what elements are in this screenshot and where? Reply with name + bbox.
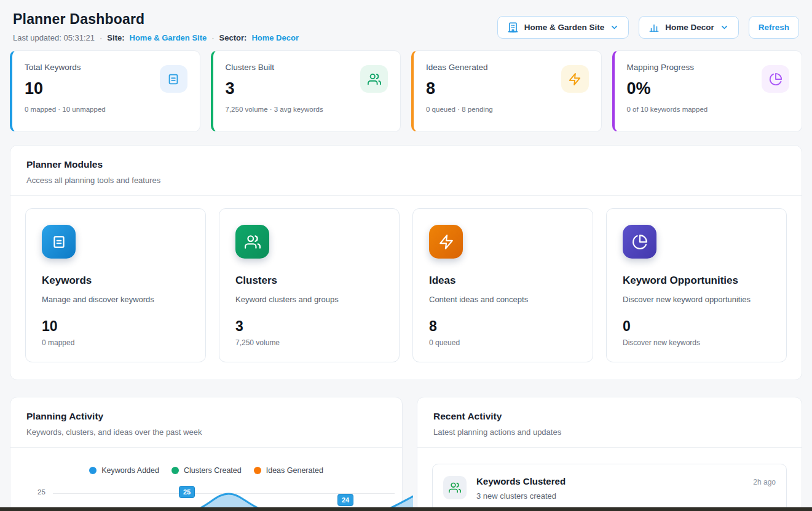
stat-subtitle: 0 mapped · 10 unmapped — [25, 106, 106, 113]
site-label: Site: — [107, 33, 124, 42]
stat-value: 3 — [226, 79, 323, 98]
activity-item-description: 3 new clusters created — [476, 491, 743, 501]
page-title: Planner Dashboard — [13, 11, 299, 28]
stat-subtitle: 0 queued · 8 pending — [426, 106, 493, 113]
sector-label: Sector: — [219, 33, 247, 42]
refresh-button[interactable]: Refresh — [749, 16, 799, 39]
planning-activity-chart: 25 25 24 — [10, 480, 402, 511]
page-subtitle: Last updated: 05:31:21 · Site: Home & Ga… — [13, 33, 299, 42]
modules-panel-title: Planner Modules — [26, 159, 786, 170]
legend-dot-icon — [171, 467, 179, 474]
module-card-ideas[interactable]: Ideas Content ideas and concepts 8 0 que… — [412, 208, 593, 362]
stat-title: Total Keywords — [25, 63, 106, 72]
module-card-clusters[interactable]: Clusters Keyword clusters and groups 3 7… — [219, 208, 400, 362]
module-title: Clusters — [235, 275, 383, 287]
sector-selector-button[interactable]: Home Decor — [639, 16, 739, 39]
legend-dot-icon — [254, 467, 261, 474]
legend-dot-icon — [89, 467, 97, 474]
activity-list: Keywords Clustered 3 new clusters create… — [417, 448, 802, 511]
chart-legend: Keywords Added Clusters Created Ideas Ge… — [10, 466, 402, 475]
stat-subtitle: 0 of 10 keywords mapped — [627, 106, 708, 113]
modules-panel-subtitle: Access all planning tools and features — [26, 176, 786, 185]
module-value: 8 — [429, 318, 577, 335]
recent-panel-subtitle: Latest planning actions and updates — [433, 427, 786, 437]
stat-title: Clusters Built — [226, 63, 323, 72]
module-sub: 0 mapped — [42, 338, 189, 347]
document-icon — [42, 225, 76, 259]
pie-chart-icon — [623, 225, 656, 259]
last-updated-text: Last updated: 05:31:21 — [13, 33, 95, 42]
activity-panel-subtitle: Keywords, clusters, and ideas over the p… — [26, 427, 386, 437]
stat-card-clusters-built: Clusters Built 3 7,250 volume · 3 avg ke… — [211, 50, 401, 132]
module-title: Ideas — [429, 275, 577, 287]
module-description: Content ideas and concepts — [429, 295, 577, 304]
module-description: Keyword clusters and groups — [235, 295, 383, 304]
data-point-label: 25 — [179, 486, 195, 498]
planning-activity-panel: Planning Activity Keywords, clusters, an… — [10, 397, 403, 511]
module-card-keyword-opportunities[interactable]: Keyword Opportunities Discover new keywo… — [606, 208, 787, 362]
stat-card-ideas-generated: Ideas Generated 8 0 queued · 8 pending — [411, 50, 602, 132]
sector-link[interactable]: Home Decor — [251, 33, 299, 42]
site-link[interactable]: Home & Garden Site — [130, 33, 207, 42]
legend-item-keywords-added[interactable]: Keywords Added — [89, 466, 159, 475]
legend-item-clusters-created[interactable]: Clusters Created — [171, 466, 242, 475]
stat-title: Mapping Progress — [627, 63, 708, 72]
y-axis-tick: 25 — [37, 488, 45, 496]
users-icon — [235, 225, 269, 259]
stat-title: Ideas Generated — [426, 63, 493, 72]
module-title: Keywords — [42, 275, 189, 287]
module-description: Discover new keyword opportunities — [623, 295, 770, 304]
stat-card-mapping-progress: Mapping Progress 0% 0 of 10 keywords map… — [612, 50, 803, 132]
stat-value: 10 — [25, 79, 106, 98]
stat-card-total-keywords: Total Keywords 10 0 mapped · 10 unmapped — [10, 50, 200, 132]
users-icon — [360, 65, 388, 93]
bolt-icon — [561, 65, 589, 93]
planner-modules-panel: Planner Modules Access all planning tool… — [10, 145, 802, 380]
site-selector-button[interactable]: Home & Garden Site — [497, 16, 629, 39]
module-sub: 7,250 volume — [235, 338, 383, 347]
building-icon — [507, 21, 519, 33]
users-icon — [443, 476, 467, 499]
keywords-added-series — [47, 480, 413, 511]
sector-selector-label: Home Decor — [665, 23, 714, 32]
modules-grid: Keywords Manage and discover keywords 10… — [10, 196, 802, 380]
bolt-icon — [429, 225, 463, 259]
site-selector-label: Home & Garden Site — [524, 23, 605, 32]
pie-chart-icon — [762, 65, 789, 93]
chevron-down-icon — [720, 23, 729, 32]
module-sub: 0 queued — [429, 338, 577, 347]
stat-value: 8 — [426, 79, 493, 98]
activity-item-time: 2h ago — [753, 478, 776, 486]
module-description: Manage and discover keywords — [42, 295, 189, 304]
taskbar-edge — [0, 507, 812, 511]
module-title: Keyword Opportunities — [623, 275, 770, 287]
module-value: 0 — [623, 318, 770, 335]
recent-activity-panel: Recent Activity Latest planning actions … — [417, 397, 802, 511]
bar-chart-icon — [648, 22, 660, 33]
document-icon — [160, 65, 187, 93]
activity-item-title: Keywords Clustered — [476, 476, 743, 486]
module-card-keywords[interactable]: Keywords Manage and discover keywords 10… — [25, 208, 206, 362]
recent-panel-title: Recent Activity — [433, 411, 786, 422]
data-point-label: 24 — [337, 494, 353, 506]
legend-item-ideas-generated[interactable]: Ideas Generated — [254, 466, 323, 475]
module-sub: Discover new keywords — [623, 338, 770, 347]
module-value: 10 — [42, 318, 189, 335]
activity-item-keywords-clustered[interactable]: Keywords Clustered 3 new clusters create… — [432, 464, 787, 511]
chevron-down-icon — [610, 23, 619, 32]
stat-subtitle: 7,250 volume · 3 avg keywords — [226, 106, 323, 113]
stat-value: 0% — [627, 79, 708, 98]
page-header: Planner Dashboard Last updated: 05:31:21… — [10, 0, 802, 42]
activity-panel-title: Planning Activity — [26, 411, 386, 422]
module-value: 3 — [235, 318, 383, 335]
stats-row: Total Keywords 10 0 mapped · 10 unmapped… — [10, 50, 802, 132]
